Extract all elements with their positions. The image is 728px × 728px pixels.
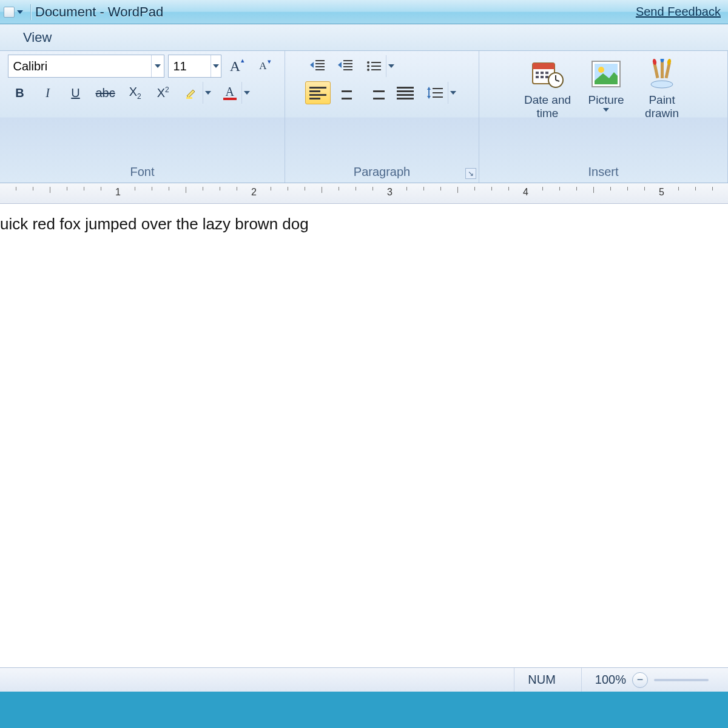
quick-access-button[interactable] — [4, 7, 15, 18]
svg-point-9 — [367, 61, 369, 64]
zoom-level: 100% — [595, 673, 626, 687]
svg-point-37 — [652, 59, 657, 66]
highlight-button[interactable] — [179, 81, 214, 104]
group-font: A ▴ A ▾ B I U abc X2 X2 — [0, 51, 285, 183]
send-feedback-link[interactable]: Send Feedback — [636, 5, 724, 19]
italic-button[interactable]: I — [36, 81, 60, 104]
numlock-indicator: NUM — [514, 668, 569, 692]
paint-brushes-icon — [645, 57, 679, 91]
indent-icon — [338, 59, 352, 74]
font-color-icon: A — [218, 82, 241, 104]
group-insert: Date and time Picture — [479, 51, 728, 183]
picture-icon — [589, 57, 623, 91]
line-spacing-button[interactable] — [422, 81, 459, 104]
group-label: Paragraph — [291, 163, 473, 183]
align-center-icon — [339, 87, 356, 99]
svg-point-10 — [367, 65, 369, 67]
align-right-button[interactable] — [363, 81, 389, 104]
chevron-down-icon — [388, 64, 394, 68]
chevron-down-icon — [213, 64, 219, 68]
underline-icon: U — [71, 86, 79, 100]
paragraph-dialog-launcher[interactable]: ↘ — [465, 168, 476, 179]
grow-font-icon: A — [230, 58, 240, 75]
ruler[interactable]: 12345 — [0, 183, 728, 204]
grow-font-button[interactable]: A ▴ — [225, 55, 249, 78]
date-time-button[interactable]: Date and time — [518, 55, 577, 120]
font-size-combo[interactable] — [168, 55, 221, 78]
bullets-dropdown[interactable] — [386, 55, 397, 77]
svg-point-33 — [651, 81, 673, 88]
line-spacing-dropdown[interactable] — [448, 82, 459, 104]
document-text[interactable]: uick red fox jumped over the lazy brown … — [0, 215, 728, 234]
outdent-icon — [310, 59, 325, 74]
superscript-icon: X2 — [157, 86, 169, 100]
document-area[interactable]: uick red fox jumped over the lazy brown … — [0, 204, 728, 683]
svg-rect-26 — [545, 76, 548, 78]
subscript-button[interactable]: X2 — [123, 81, 147, 104]
chevron-down-icon — [17, 10, 23, 14]
font-family-combo[interactable] — [8, 55, 164, 78]
underline-button[interactable]: U — [64, 81, 88, 104]
svg-point-39 — [667, 59, 672, 66]
shrink-font-button[interactable]: A ▾ — [253, 55, 277, 78]
svg-rect-22 — [541, 72, 544, 74]
chevron-down-icon — [603, 108, 609, 112]
chevron-down-icon — [450, 91, 456, 95]
bold-icon: B — [15, 86, 24, 100]
group-label: Font — [6, 163, 278, 183]
align-left-icon — [309, 87, 326, 99]
line-spacing-icon — [422, 82, 448, 104]
font-color-button[interactable]: A — [218, 81, 253, 104]
justify-button[interactable] — [393, 81, 418, 104]
bullets-icon — [362, 55, 386, 77]
highlight-dropdown[interactable] — [203, 82, 214, 104]
zoom-out-button[interactable]: − — [632, 672, 648, 688]
paint-drawing-button[interactable]: Paint drawin — [635, 55, 689, 120]
picture-button[interactable]: Picture — [579, 55, 633, 112]
font-color-dropdown[interactable] — [241, 82, 252, 104]
strike-icon: abc — [96, 86, 115, 100]
window-border — [0, 692, 728, 728]
font-size-dropdown[interactable] — [211, 55, 221, 77]
chevron-down-icon — [244, 91, 250, 95]
status-bar: NUM 100% − — [0, 667, 728, 692]
svg-rect-34 — [653, 62, 659, 78]
strikethrough-button[interactable]: abc — [92, 81, 120, 104]
font-size-input[interactable] — [169, 59, 211, 73]
paint-drawing-label: Paint drawin — [645, 93, 679, 120]
bullets-button[interactable] — [361, 55, 397, 78]
align-right-icon — [368, 87, 385, 99]
ribbon: A ▴ A ▾ B I U abc X2 X2 — [0, 51, 728, 183]
window-title: Document - WordPad — [35, 4, 163, 20]
svg-rect-25 — [541, 76, 544, 78]
chevron-down-icon — [155, 64, 161, 68]
svg-rect-0 — [186, 97, 192, 99]
shrink-font-icon: A — [259, 60, 266, 72]
picture-label: Picture — [588, 93, 624, 107]
zoom-slider[interactable] — [654, 679, 709, 681]
font-family-dropdown[interactable] — [151, 55, 163, 77]
italic-icon: I — [46, 86, 50, 100]
svg-rect-24 — [536, 76, 539, 78]
svg-point-11 — [367, 69, 369, 71]
font-family-input[interactable] — [8, 59, 152, 73]
svg-rect-35 — [661, 60, 664, 78]
tab-view[interactable]: View — [12, 27, 62, 48]
increase-indent-button[interactable] — [333, 55, 357, 78]
svg-rect-21 — [536, 72, 539, 74]
svg-rect-36 — [665, 62, 671, 78]
svg-rect-20 — [533, 63, 554, 69]
align-left-button[interactable] — [305, 81, 331, 104]
highlight-icon — [180, 82, 203, 104]
svg-point-32 — [598, 67, 604, 73]
chevron-down-icon — [205, 91, 211, 95]
decrease-indent-button[interactable] — [305, 55, 329, 78]
group-label: Insert — [485, 163, 721, 183]
separator — [30, 4, 32, 20]
bold-button[interactable]: B — [8, 81, 32, 104]
superscript-button[interactable]: X2 — [151, 81, 175, 104]
justify-icon — [397, 87, 414, 99]
subscript-icon: X2 — [129, 85, 141, 101]
align-center-button[interactable] — [334, 81, 360, 104]
quick-access-menu[interactable] — [17, 10, 23, 14]
